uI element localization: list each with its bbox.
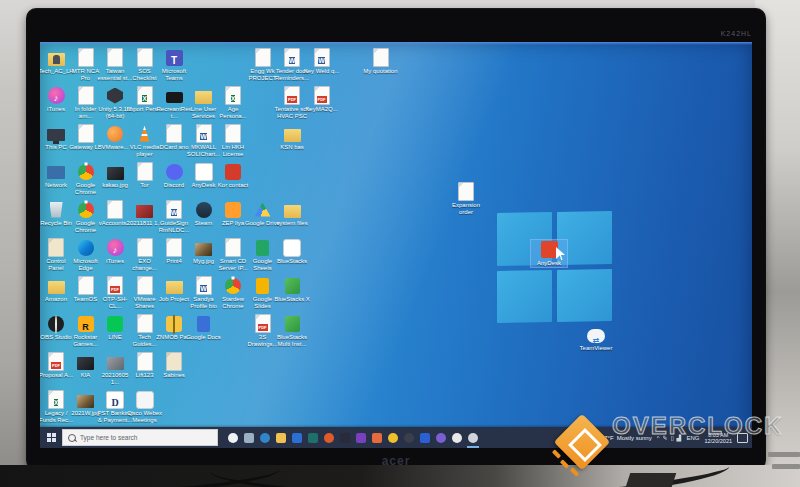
search-icon (68, 434, 76, 442)
userfolder-icon (48, 53, 65, 66)
pc-icon (47, 129, 65, 141)
desktop-icon-ksn-bas[interactable]: KSN bas (274, 124, 310, 151)
zep-icon (225, 202, 241, 218)
icon-label: Kor contact (215, 182, 251, 189)
slides-icon (256, 278, 269, 294)
windows-wallpaper-logo (497, 211, 612, 323)
watermark-zone-fragment (768, 452, 800, 457)
unity-icon (107, 88, 123, 104)
taskbar-icon-line-app[interactable] (388, 433, 398, 443)
desktop-icon-teamviewer[interactable]: TeamViewer (578, 325, 614, 352)
desktop-icon-system-files[interactable]: system files (274, 200, 310, 227)
adw-icon (195, 163, 213, 181)
taskbar-icon-camera[interactable] (404, 433, 414, 443)
taskbar-icon-cortana[interactable] (228, 433, 238, 443)
tan-icon (137, 162, 153, 181)
icon-label: Expansion order (448, 202, 484, 215)
itunes-icon (48, 87, 65, 104)
globe-icon (78, 276, 94, 295)
desktop-icon-age-persona[interactable]: Age Persona... (215, 86, 251, 119)
pdf-icon (255, 314, 271, 333)
icon-label: Microsoft Teams (156, 68, 192, 81)
desktop-icon-keyma2q[interactable]: KeyMA2Q... (304, 86, 340, 113)
line-icon (107, 316, 123, 332)
desktop-icon-bluestacks[interactable]: BlueStacks (274, 238, 310, 265)
pdf-icon (107, 276, 123, 295)
excel-icon (225, 86, 241, 105)
icon-label: AnyDesk (531, 260, 567, 267)
taskbar-icon-app-blue[interactable] (292, 433, 302, 443)
icon-label: BlueStacks (274, 258, 310, 265)
excel2-icon (458, 182, 474, 201)
imgphoto-icon (195, 243, 212, 256)
taskbar-icon-app-dark[interactable] (340, 433, 350, 443)
bin-icon (50, 202, 63, 218)
icon-label: Sabines (156, 372, 192, 379)
watermark-zone-fragment (772, 464, 800, 469)
desktop-icon-cisco-webex-meetings[interactable]: Cisco Webex Meetings (127, 390, 163, 423)
desktop-icon-key-weld-q[interactable]: Key Weld q... (304, 48, 340, 75)
imgdark-icon (107, 167, 124, 180)
desktop-icon-kor-contact[interactable]: Kor contact (215, 162, 251, 189)
net-icon (47, 166, 65, 179)
taskbar-icon-app-teal[interactable] (308, 433, 318, 443)
icon-label: Lin HKH License (215, 144, 251, 157)
desktop-icon-sabines[interactable]: Sabines (156, 352, 192, 379)
desktop-icon-expansion-order[interactable]: Expansion order (448, 182, 484, 215)
edge-icon (78, 240, 94, 256)
pdf-icon (48, 352, 64, 371)
discord-icon (166, 164, 183, 180)
doc-icon (137, 314, 153, 333)
taskbar-icon-word[interactable] (420, 433, 430, 443)
start-button[interactable] (40, 427, 62, 448)
taskbar-pinned-apps (228, 433, 478, 443)
taskbar-icon-file-explorer[interactable] (276, 433, 286, 443)
windows-logo-icon (47, 433, 56, 442)
taskbar-icon-visual-studio[interactable] (356, 433, 366, 443)
desktop-icon-bluestacks-x[interactable]: BlueStacks X (274, 276, 310, 303)
folder-icon (284, 129, 301, 142)
desktop-icon-lin-hkh-license[interactable]: Lin HKH License (215, 124, 251, 157)
taskbar-icon-settings[interactable] (468, 433, 478, 443)
redapp-icon (225, 164, 241, 180)
excel-icon (137, 86, 153, 105)
taskbar-icon-task-view[interactable] (244, 433, 254, 443)
taskbar-icon-edge[interactable] (260, 433, 270, 443)
desktop-icon-bluestacks-multi-inst[interactable]: BlueStacks Multi Inst... (274, 314, 310, 347)
rock-icon (78, 316, 94, 332)
taskbar-icon-photos[interactable] (372, 433, 382, 443)
bs-icon (283, 239, 301, 257)
imggray-icon (107, 357, 124, 370)
orangec-icon (107, 126, 123, 142)
itunes-icon (107, 239, 124, 256)
taskbar-icon-chrome[interactable] (452, 433, 462, 443)
icon-label: KSN bas (274, 144, 310, 151)
drive-icon (255, 203, 271, 217)
doc-icon (166, 124, 182, 143)
doc-icon (137, 48, 153, 67)
folder-icon (195, 91, 212, 104)
steam-icon (196, 202, 212, 218)
search-input[interactable]: Type here to search (62, 429, 218, 446)
icon-label: BlueStacks Multi Inst... (274, 334, 310, 347)
taskbar-icon-firefox[interactable] (324, 433, 334, 443)
doc-icon (78, 86, 94, 105)
imgphoto-icon (77, 395, 94, 408)
desktop-icon-microsoft-teams[interactable]: Microsoft Teams (156, 48, 192, 81)
desktop-icon-my-quotation[interactable]: My quotation (363, 48, 399, 75)
word-icon (196, 276, 212, 295)
imgred-icon (136, 205, 153, 218)
desktop-icon-google-docs[interactable]: Google Docs (186, 314, 222, 341)
photo-of-monitor: K242HL Tech_AC_LHMTR NCA ProTaiwan essen… (0, 0, 800, 487)
icon-label: Age Persona... (215, 106, 251, 119)
doc-icon (137, 352, 153, 371)
doc-icon (225, 124, 241, 143)
doc-icon (137, 276, 153, 295)
taskbar-icon-viber[interactable] (436, 433, 446, 443)
icon-label: Cisco Webex Meetings (127, 410, 163, 423)
doc-icon (225, 238, 241, 257)
black-icon (166, 92, 183, 103)
folder-icon (48, 281, 65, 294)
docb-icon (48, 238, 64, 257)
docb-icon (166, 352, 182, 371)
